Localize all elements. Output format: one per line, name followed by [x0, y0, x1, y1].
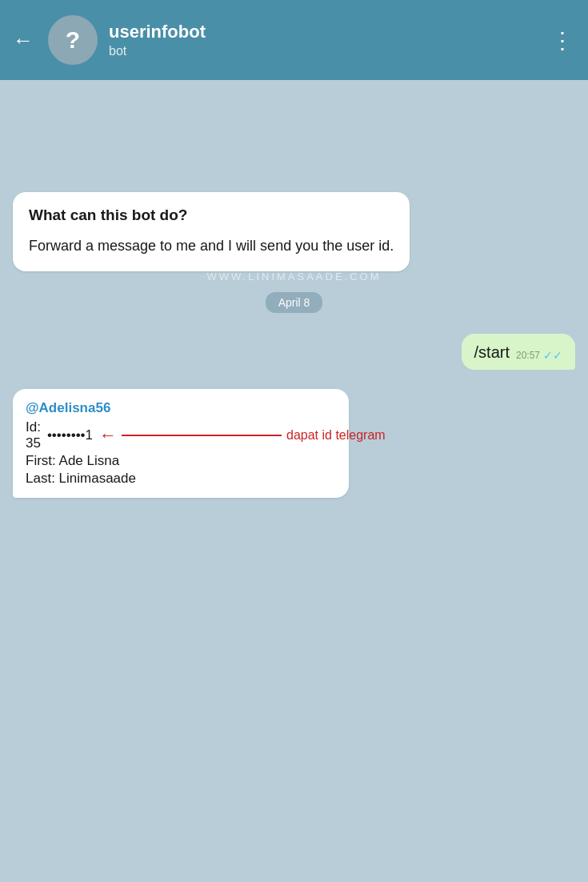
received-bubble: @Adelisna56 Id: 35 ••••••••1 ← dapat id …	[13, 389, 349, 498]
bot-info-bubble: What can this bot do? Forward a message …	[13, 192, 410, 271]
chat-background: Linimasaade WWW.LINIMASAADE.COM What can…	[0, 80, 588, 882]
back-button[interactable]: ←	[13, 28, 34, 53]
date-pill-label: April 8	[266, 292, 323, 313]
read-checkmarks: ✓✓	[543, 349, 562, 362]
received-id-row: Id: 35 ••••••••1 ← dapat id telegram	[26, 419, 336, 451]
chat-header: ← ? userinfobot bot ⋮	[0, 0, 588, 80]
red-line-decoration	[122, 435, 282, 436]
received-last-name: Last: Linimasaade	[26, 471, 336, 487]
menu-button[interactable]: ⋮	[551, 27, 575, 54]
user-bubble-meta: 20:57 ✓✓	[516, 349, 562, 362]
received-id-text: Id: 35	[26, 419, 41, 451]
received-id-redacted: ••••••••1	[47, 427, 93, 443]
message-timestamp: 20:57	[516, 350, 540, 361]
bot-avatar: ?	[48, 15, 98, 65]
annotation-arrow-group: ← dapat id telegram	[99, 425, 386, 446]
red-arrow-icon: ←	[99, 425, 117, 446]
user-message-wrap: /start 20:57 ✓✓	[13, 334, 575, 370]
bot-subtitle: bot	[109, 44, 540, 58]
user-message-text: /start	[474, 343, 510, 362]
user-bubble: /start 20:57 ✓✓	[462, 334, 575, 370]
bot-bubble-title: What can this bot do?	[29, 206, 394, 224]
avatar-icon: ?	[66, 26, 80, 54]
bot-bubble-body: Forward a message to me and I will send …	[29, 235, 394, 257]
date-separator: April 8	[13, 292, 575, 313]
received-first-name: First: Ade Lisna	[26, 453, 336, 469]
header-info: userinfobot bot	[109, 22, 540, 58]
annotation-label: dapat id telegram	[286, 428, 386, 443]
bot-name[interactable]: userinfobot	[109, 22, 540, 42]
received-username: @Adelisna56	[26, 400, 336, 416]
user-bubble-content: /start 20:57 ✓✓	[474, 343, 562, 362]
chat-content: What can this bot do? Forward a message …	[0, 80, 588, 882]
